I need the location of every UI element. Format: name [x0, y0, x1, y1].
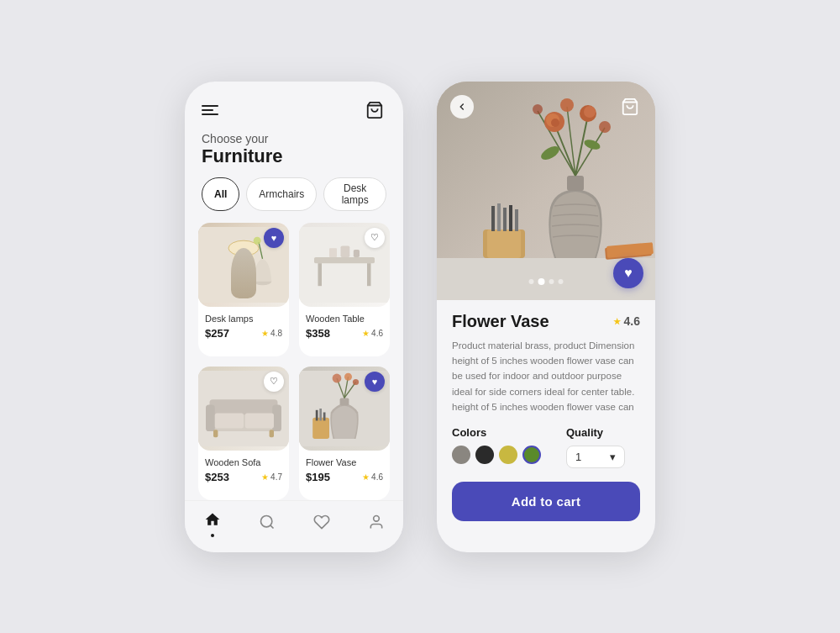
- nav-profile[interactable]: [361, 512, 391, 536]
- svg-rect-37: [323, 412, 326, 420]
- product-rating-3: ★ 4.7: [261, 472, 282, 482]
- color-olive[interactable]: [499, 446, 517, 464]
- dot-3[interactable]: [559, 279, 564, 284]
- product-meta-3: $253 ★ 4.7: [205, 471, 282, 483]
- hero-like-button[interactable]: ♥: [613, 258, 643, 288]
- product-price-3: $253: [205, 471, 229, 483]
- filter-all[interactable]: All: [202, 177, 239, 211]
- like-button-2[interactable]: ♡: [365, 228, 385, 248]
- detail-title-row: Flower Vase ★ 4.6: [452, 312, 640, 331]
- svg-point-59: [533, 104, 543, 114]
- dot-1[interactable]: [538, 278, 545, 285]
- colors-label: Colors: [452, 426, 541, 439]
- svg-point-40: [373, 515, 379, 521]
- svg-rect-34: [312, 417, 329, 438]
- page-subtitle: Choose your: [202, 132, 386, 145]
- menu-icon[interactable]: [202, 105, 218, 115]
- svg-point-31: [333, 373, 342, 382]
- svg-rect-66: [515, 209, 518, 231]
- svg-rect-22: [215, 413, 244, 428]
- product-card[interactable]: ♡ Wooden Table $358 ★ 4.6: [299, 223, 390, 356]
- cart-button[interactable]: [363, 98, 386, 122]
- product-image-wooden-table: ♡: [299, 223, 390, 307]
- quality-select[interactable]: 1 ▾: [566, 446, 625, 468]
- svg-rect-64: [503, 208, 507, 231]
- product-detail: Flower Vase ★ 4.6 Product material brass…: [437, 300, 655, 552]
- quality-label: Quality: [566, 426, 640, 439]
- page-title: Furniture: [202, 145, 386, 167]
- bottom-nav: [185, 500, 403, 552]
- svg-rect-11: [314, 257, 375, 263]
- filter-row: All Armchairs Desk lamps: [185, 177, 403, 223]
- like-button-1[interactable]: ♥: [264, 228, 284, 248]
- star-icon: ★: [362, 472, 370, 482]
- nav-home[interactable]: [197, 509, 228, 539]
- rating-value: 4.6: [624, 314, 640, 328]
- svg-rect-2: [238, 276, 249, 282]
- nav-search[interactable]: [252, 512, 282, 536]
- product-rating-1: ★ 4.8: [261, 329, 282, 338]
- svg-rect-13: [367, 263, 371, 286]
- dropdown-chevron-icon: ▾: [610, 451, 616, 463]
- left-header: [185, 82, 403, 130]
- dot-0[interactable]: [529, 279, 534, 284]
- profile-icon: [368, 514, 385, 535]
- home-icon: [204, 511, 221, 532]
- svg-rect-3: [242, 250, 245, 278]
- product-card[interactable]: ♥ Flower Vase $195 ★ 4.6: [299, 367, 390, 500]
- add-to-cart-button[interactable]: Add to cart: [452, 482, 640, 521]
- like-button-3[interactable]: ♡: [264, 372, 284, 392]
- svg-rect-19: [210, 399, 278, 414]
- product-price-4: $195: [306, 471, 330, 483]
- product-card[interactable]: ♡ Wooden Sofa $253 ★ 4.7: [198, 367, 289, 500]
- like-button-4[interactable]: ♥: [365, 372, 385, 392]
- color-gray[interactable]: [452, 446, 470, 464]
- svg-rect-35: [316, 409, 318, 420]
- product-price-2: $358: [306, 327, 330, 340]
- filter-armchairs[interactable]: Armchairs: [246, 177, 317, 211]
- svg-point-6: [233, 251, 254, 262]
- svg-point-54: [551, 119, 559, 127]
- product-meta-2: $358 ★ 4.6: [306, 327, 383, 340]
- svg-point-9: [254, 236, 261, 244]
- svg-point-57: [560, 98, 574, 112]
- quality-value: 1: [575, 451, 581, 463]
- svg-rect-20: [206, 404, 215, 431]
- favorites-icon: [313, 514, 330, 535]
- svg-rect-65: [509, 205, 512, 231]
- back-button[interactable]: [450, 95, 474, 119]
- product-price-1: $257: [205, 327, 229, 340]
- svg-rect-12: [318, 263, 323, 286]
- color-green[interactable]: [522, 446, 541, 464]
- svg-rect-25: [270, 430, 274, 437]
- hero-cart-button[interactable]: [618, 95, 642, 119]
- image-dots: [529, 278, 564, 285]
- nav-favorites[interactable]: [307, 512, 337, 536]
- svg-line-39: [270, 525, 273, 528]
- svg-rect-36: [319, 409, 322, 420]
- svg-point-38: [260, 515, 271, 526]
- svg-rect-63: [497, 203, 501, 231]
- dot-2[interactable]: [549, 279, 554, 284]
- svg-rect-14: [341, 245, 350, 257]
- product-name-4: Flower Vase: [306, 457, 383, 467]
- colors-section: Colors: [452, 426, 541, 468]
- star-icon: ★: [261, 472, 269, 482]
- product-meta-4: $195 ★ 4.6: [306, 471, 383, 483]
- product-name-1: Desk lamps: [205, 314, 282, 324]
- product-image-wooden-sofa: ♡: [198, 367, 289, 451]
- svg-rect-27: [340, 398, 349, 405]
- product-meta-1: $257 ★ 4.8: [205, 327, 282, 340]
- product-name-3: Wooden Sofa: [205, 457, 282, 467]
- product-hero-image: ♥: [437, 82, 655, 300]
- product-image-flower-vase: ♥: [299, 367, 390, 451]
- star-icon: ★: [261, 329, 269, 338]
- product-rating-2: ★ 4.6: [362, 329, 383, 338]
- svg-rect-62: [491, 206, 495, 231]
- product-card[interactable]: ♥ Desk lamps $257 ★ 4.8: [198, 223, 289, 356]
- star-icon: ★: [362, 329, 370, 338]
- products-grid: ♥ Desk lamps $257 ★ 4.8: [185, 223, 403, 500]
- color-dark[interactable]: [475, 446, 494, 464]
- filter-desk-lamps[interactable]: Desk lamps: [323, 177, 386, 211]
- svg-point-33: [353, 378, 359, 384]
